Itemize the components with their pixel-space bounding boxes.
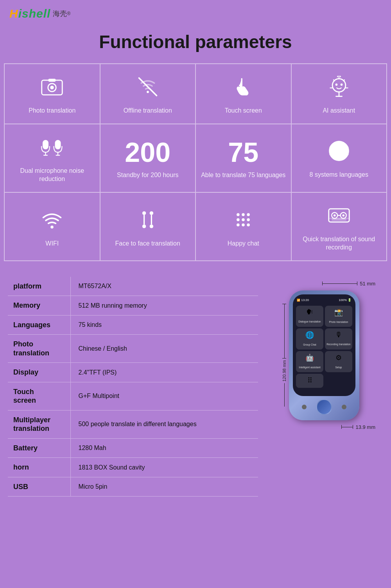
quick-translation-label: Quick translation of sound recording bbox=[296, 235, 383, 252]
feature-ai-assistant: AI assistant bbox=[292, 64, 387, 124]
spec-label: platform bbox=[8, 277, 70, 296]
offline-translation-label: Offline translation bbox=[124, 106, 172, 115]
device-mic-left bbox=[302, 405, 307, 409]
spec-row: horn1813 BOX Sound cavity bbox=[8, 458, 258, 477]
svg-point-6 bbox=[335, 84, 337, 86]
ai-assistant-icon bbox=[327, 75, 351, 102]
app-label: Intelligent assistant bbox=[299, 366, 320, 369]
svg-point-7 bbox=[341, 84, 343, 86]
svg-point-31 bbox=[247, 218, 250, 221]
svg-point-4 bbox=[147, 91, 149, 93]
logo-tm: ® bbox=[67, 11, 70, 16]
wifi-label: WIFI bbox=[45, 239, 59, 248]
app-label: Setup bbox=[335, 366, 342, 369]
wifi-icon bbox=[40, 208, 64, 235]
app-icon: 🎙 bbox=[326, 331, 351, 339]
device-screen: 📶 13:20 100% 🔋 🗣Dialogue translation📸Pho… bbox=[293, 294, 355, 396]
device-app-item[interactable]: 📸Photo translation bbox=[325, 306, 352, 327]
bottom-dimension-line bbox=[341, 427, 353, 427]
spec-label: Memory bbox=[8, 296, 70, 316]
spec-label: Display bbox=[8, 363, 70, 382]
svg-rect-8 bbox=[43, 140, 48, 149]
features-grid: Photo translation Offline translation To… bbox=[4, 63, 387, 261]
happy-chat-icon bbox=[231, 208, 255, 235]
spec-label: Languages bbox=[8, 315, 70, 335]
spec-value: 1280 Mah bbox=[70, 438, 258, 458]
spec-label: Multiplayer translation bbox=[8, 410, 70, 438]
svg-rect-40 bbox=[332, 218, 346, 220]
device-app-item[interactable]: 🎙Recording translation bbox=[325, 328, 352, 350]
svg-point-28 bbox=[247, 213, 250, 216]
page-title: Functional parameters bbox=[0, 24, 391, 63]
spec-row: Touch screenG+F Multipoint bbox=[8, 382, 258, 410]
face-to-face-icon bbox=[136, 208, 160, 235]
spec-row: Display2.4"TFT (IPS) bbox=[8, 363, 258, 382]
spec-label: USB bbox=[8, 477, 70, 497]
device-wrapper: 120.98 mm 📶 13:20 100% 🔋 bbox=[282, 289, 359, 422]
feature-75-languages: 75 Able to translate 75 languages bbox=[196, 124, 292, 193]
feature-dual-mic: Dual microphone noise reduction bbox=[5, 124, 100, 193]
svg-point-26 bbox=[237, 213, 240, 216]
app-icon: ⚙ bbox=[326, 353, 351, 362]
feature-photo-translation: Photo translation bbox=[5, 64, 100, 124]
feature-standby-200: 200 Standby for 200 hours bbox=[100, 124, 196, 193]
device-status-bar: 📶 13:20 100% 🔋 bbox=[295, 298, 353, 303]
spec-value: G+F Multipoint bbox=[70, 382, 258, 410]
tape-icon bbox=[327, 204, 351, 230]
specs-table: platformMT6572A/XMemory512 MB running me… bbox=[8, 277, 258, 497]
spec-value: 1813 BOX Sound cavity bbox=[70, 458, 258, 477]
svg-rect-2 bbox=[48, 79, 56, 82]
app-label: Photo translation bbox=[329, 321, 348, 323]
app-label: Group Chat bbox=[303, 343, 316, 346]
device-side: 51 mm 120.98 mm 📶 13:20 bbox=[258, 277, 383, 430]
svg-point-32 bbox=[237, 223, 240, 226]
face-to-face-label: Face to face translation bbox=[115, 239, 180, 248]
logo-area: Hishell 海壳 ® bbox=[0, 0, 391, 24]
svg-point-29 bbox=[237, 218, 240, 221]
spec-value: 2.4"TFT (IPS) bbox=[70, 363, 258, 382]
spec-value: 500 people translate in different langua… bbox=[70, 410, 258, 438]
spec-value: Chinese / English bbox=[70, 335, 258, 363]
spec-row: Multiplayer translation500 people transl… bbox=[8, 410, 258, 438]
svg-point-39 bbox=[342, 214, 344, 217]
spec-row: Languages75 kinds bbox=[8, 315, 258, 335]
svg-point-33 bbox=[242, 223, 245, 226]
languages-number: 75 bbox=[228, 139, 258, 166]
app-label: Dialogue translation bbox=[298, 320, 321, 323]
device-body: 📶 13:20 100% 🔋 🗣Dialogue translation📸Pho… bbox=[289, 290, 359, 420]
dual-mic-icon bbox=[40, 135, 64, 162]
bottom-label: 13.9 mm bbox=[355, 424, 375, 430]
svg-point-22 bbox=[142, 224, 146, 228]
height-dimension: 120.98 mm bbox=[282, 289, 287, 422]
feature-wifi: WIFI bbox=[5, 193, 100, 261]
device-app-item[interactable]: 🌐Group Chat bbox=[296, 328, 323, 350]
device-app-item[interactable]: 🗣Dialogue translation bbox=[296, 306, 323, 327]
device-app-grid: 🗣Dialogue translation📸Photo translation🌐… bbox=[295, 305, 353, 389]
device-home-button[interactable] bbox=[316, 399, 332, 415]
device-bottom-bar bbox=[293, 396, 355, 416]
app-icon: ⠿ bbox=[298, 376, 322, 385]
svg-point-3 bbox=[50, 86, 54, 89]
device-app-item[interactable]: ⠿ bbox=[296, 374, 323, 388]
feature-offline-translation: Offline translation bbox=[100, 64, 196, 124]
standby-number: 200 bbox=[125, 139, 170, 166]
spec-value: Micro 5pin bbox=[70, 477, 258, 497]
photo-translation-icon bbox=[40, 75, 64, 102]
logo-chinese: 海壳 bbox=[53, 9, 67, 18]
app-icon: 📸 bbox=[326, 308, 351, 317]
feature-happy-chat: Happy chat bbox=[196, 193, 292, 261]
svg-point-30 bbox=[242, 218, 245, 221]
feature-face-to-face: Face to face translation bbox=[100, 193, 196, 261]
spec-row: USBMicro 5pin bbox=[8, 477, 258, 497]
svg-point-20 bbox=[142, 211, 146, 215]
device-app-item[interactable]: 🤖Intelligent assistant bbox=[296, 351, 323, 372]
spec-row: Battery1280 Mah bbox=[8, 438, 258, 458]
height-label: 120.98 mm bbox=[282, 360, 287, 382]
spec-value: 512 MB running memory bbox=[70, 296, 258, 316]
dual-mic-label: Dual microphone noise reduction bbox=[9, 167, 96, 183]
spec-row: Memory512 MB running memory bbox=[8, 296, 258, 316]
touch-screen-icon bbox=[231, 75, 255, 102]
device-app-item[interactable]: ⚙Setup bbox=[325, 351, 352, 372]
app-icon: 🗣 bbox=[298, 308, 322, 316]
svg-point-27 bbox=[242, 213, 245, 216]
